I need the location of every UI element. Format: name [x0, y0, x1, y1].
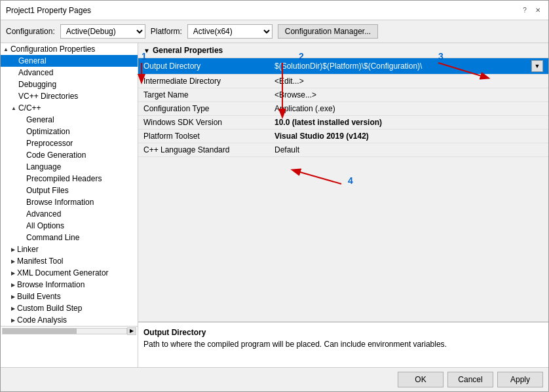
tree-item-label: Language [26, 162, 61, 171]
property-dropdown-btn[interactable]: ▼ [531, 60, 543, 72]
tree-item-optimization[interactable]: Optimization [1, 126, 138, 137]
expand-icon: ▶ [11, 294, 15, 300]
description-title: Output Directory [143, 328, 543, 337]
property-row[interactable]: Configuration TypeApplication (.exe) [138, 102, 548, 116]
tree-item-label: Browse Information [26, 198, 94, 207]
tree-item-label: Precompiled Headers [26, 174, 102, 183]
tree-item-label: Browse Information [17, 280, 85, 289]
tree-item-label: All Options [26, 221, 64, 230]
expand-icon: ▶ [11, 306, 15, 312]
tree-item-label: General [18, 56, 47, 65]
titlebar: Project1 Property Pages ? ✕ [1, 1, 548, 20]
property-name: Target Name [138, 88, 269, 102]
properties-area: ▼ General Properties Output Directory$(S… [138, 43, 548, 321]
tree-item-config-props[interactable]: ▲Configuration Properties [1, 43, 138, 55]
main-content: ▲Configuration PropertiesGeneralAdvanced… [1, 43, 548, 367]
tree-item-label: Optimization [26, 127, 70, 136]
tree-item-command-line[interactable]: Command Line [1, 232, 138, 243]
property-value: <Browse...> [269, 88, 548, 102]
property-name: Windows SDK Version [138, 116, 269, 130]
tree-item-manifest-tool[interactable]: ▶Manifest Tool [1, 255, 138, 267]
description-text: Path to where the compiled program will … [143, 340, 543, 349]
cancel-button[interactable]: Cancel [447, 372, 493, 387]
scroll-right[interactable]: ▶ [127, 327, 136, 335]
tree-item-code-analysis[interactable]: ▶Code Analysis [1, 314, 138, 326]
property-row[interactable]: Platform ToolsetVisual Studio 2019 (v142… [138, 130, 548, 143]
properties-table: Output Directory$(SolutionDir)$(Platform… [138, 58, 548, 157]
tree-item-linker[interactable]: ▶Linker [1, 243, 138, 255]
tree-item-label: General [26, 115, 54, 124]
config-label: Configuration: [6, 27, 55, 36]
tree-item-output-files[interactable]: Output Files [1, 185, 138, 196]
help-button[interactable]: ? [520, 5, 530, 16]
tree-item-preprocessor[interactable]: Preprocessor [1, 137, 138, 149]
tree-item-label: XML Document Generator [17, 268, 109, 277]
window-controls: ? ✕ [520, 5, 543, 16]
tree-item-cpp-general[interactable]: General [1, 114, 138, 126]
tree-item-custom-build[interactable]: ▶Custom Build Step [1, 302, 138, 314]
tree-item-language[interactable]: Language [1, 161, 138, 173]
tree-item-debugging[interactable]: Debugging [1, 79, 138, 90]
expand-icon: ▲ [3, 46, 9, 52]
tree-item-label: Configuration Properties [10, 45, 95, 54]
tree-container: ▲Configuration PropertiesGeneralAdvanced… [1, 43, 138, 326]
properties-section-title: General Properties [153, 46, 223, 55]
platform-select[interactable]: Active(x64) [187, 24, 273, 39]
tree-item-all-options[interactable]: All Options [1, 220, 138, 232]
properties-header: ▼ General Properties [138, 43, 548, 58]
property-value: Default [269, 143, 548, 157]
tree-item-label: Custom Build Step [17, 304, 82, 313]
tree-item-general[interactable]: General [1, 55, 138, 67]
property-row[interactable]: Intermediate Directory<Edit...> [138, 75, 548, 88]
property-value: Visual Studio 2019 (v142) [269, 130, 548, 143]
expand-icon: ▶ [11, 258, 15, 264]
properties-section-icon: ▼ [143, 47, 150, 54]
expand-icon: ▶ [11, 270, 15, 276]
tree-item-label: Command Line [26, 233, 79, 242]
left-panel: ▲Configuration PropertiesGeneralAdvanced… [1, 43, 138, 367]
expand-icon: ▶ [11, 282, 15, 288]
ok-button[interactable]: OK [398, 372, 444, 387]
tree-item-label: Debugging [18, 80, 56, 89]
toolbar: Configuration: Active(Debug) Platform: A… [1, 20, 548, 43]
tree-item-cpp[interactable]: ▲C/C++ [1, 102, 138, 114]
tree-item-xml-doc-gen[interactable]: ▶XML Document Generator [1, 267, 138, 279]
property-name: Configuration Type [138, 102, 269, 116]
tree-item-label: Code Generation [26, 151, 86, 160]
property-name: Intermediate Directory [138, 75, 269, 88]
property-value: <Edit...> [269, 75, 548, 88]
property-row[interactable]: Output Directory$(SolutionDir)$(Platform… [138, 58, 548, 75]
config-manager-button[interactable]: Configuration Manager... [278, 24, 378, 39]
tree-item-label: Preprocessor [26, 139, 73, 148]
apply-button[interactable]: Apply [497, 372, 543, 387]
tree-item-cpp-advanced[interactable]: Advanced [1, 208, 138, 220]
expand-icon: ▲ [11, 105, 16, 111]
property-name: Output Directory [138, 58, 269, 75]
expand-icon: ▶ [11, 317, 15, 323]
tree-item-label: Advanced [26, 209, 61, 219]
tree-item-browse-info2[interactable]: ▶Browse Information [1, 279, 138, 291]
tree-item-browse-info[interactable]: Browse Information [1, 196, 138, 208]
window-title: Project1 Property Pages [6, 6, 91, 15]
tree-item-advanced[interactable]: Advanced [1, 67, 138, 79]
property-row[interactable]: Windows SDK Version10.0 (latest installe… [138, 116, 548, 130]
tree-item-label: Linker [17, 245, 39, 254]
tree-item-label: VC++ Directories [18, 92, 78, 101]
tree-item-label: Advanced [18, 68, 53, 77]
tree-item-label: C/C++ [18, 103, 41, 113]
property-value: $(SolutionDir)$(Platform)\$(Configuratio… [269, 58, 548, 75]
tree-item-build-events[interactable]: ▶Build Events [1, 291, 138, 302]
description-panel: Output Directory Path to where the compi… [138, 321, 548, 367]
expand-icon: ▶ [11, 247, 15, 253]
property-value: Application (.exe) [269, 102, 548, 116]
tree-item-code-gen[interactable]: Code Generation [1, 149, 138, 161]
property-row[interactable]: Target Name<Browse...> [138, 88, 548, 102]
property-row[interactable]: C++ Language StandardDefault [138, 143, 548, 157]
tree-item-vc-dirs[interactable]: VC++ Directories [1, 90, 138, 102]
tree-item-precomp-headers[interactable]: Precompiled Headers [1, 173, 138, 185]
close-button[interactable]: ✕ [533, 5, 543, 16]
property-name: C++ Language Standard [138, 143, 269, 157]
configuration-select[interactable]: Active(Debug) [60, 24, 145, 39]
tree-item-label: Code Analysis [17, 315, 67, 325]
property-name: Platform Toolset [138, 130, 269, 143]
